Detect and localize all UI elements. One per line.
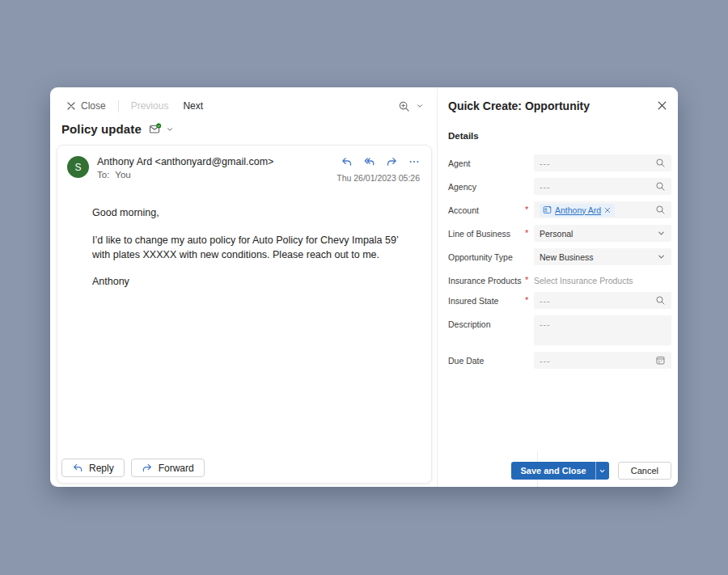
- magnifier-plus-icon: [398, 100, 410, 112]
- remove-chip-icon[interactable]: [604, 207, 611, 214]
- chevron-down-icon: [416, 102, 424, 110]
- search-icon[interactable]: [655, 205, 666, 215]
- contact-card-icon: [543, 205, 552, 214]
- agency-lookup-field[interactable]: ---: [534, 178, 671, 195]
- quick-create-form: Agent --- Agency ---: [438, 154, 678, 369]
- field-label: Line of Business: [448, 225, 523, 239]
- message-header: S Anthony Ard <anthonyard@gmail.com> To:…: [57, 146, 431, 183]
- search-icon[interactable]: [655, 295, 666, 306]
- body-paragraph: Good morning,: [92, 206, 412, 221]
- field-placeholder: ---: [540, 296, 551, 306]
- sender-avatar[interactable]: S: [67, 156, 89, 178]
- zoom-dropdown-button[interactable]: [416, 102, 424, 110]
- forward-label: Forward: [159, 463, 194, 474]
- email-reading-pane: Close Previous Next Policy update: [50, 87, 437, 487]
- ellipsis-icon: [408, 156, 420, 167]
- quick-create-title: Quick Create: Opportunity: [438, 87, 678, 112]
- save-options-dropdown[interactable]: [595, 462, 609, 480]
- form-row-opportunity-type: Opportunity Type New Business: [448, 248, 671, 265]
- subject-actions-dropdown[interactable]: [166, 125, 174, 133]
- calendar-icon[interactable]: [655, 355, 666, 366]
- previous-button[interactable]: Previous: [131, 100, 169, 112]
- close-icon: [657, 100, 667, 111]
- account-lookup-field[interactable]: Anthony Ard: [534, 201, 671, 218]
- form-row-line-of-business: Line of Business * Personal: [448, 225, 671, 242]
- reply-bottom-button[interactable]: Reply: [61, 459, 125, 477]
- field-label: Due Date: [448, 352, 523, 366]
- reply-label: Reply: [89, 463, 114, 474]
- search-icon[interactable]: [655, 158, 666, 168]
- mail-and-quick-create-window: Close Previous Next Policy update: [50, 87, 678, 487]
- field-placeholder: ---: [540, 319, 551, 329]
- close-panel-button[interactable]: [657, 100, 667, 111]
- sender-name-email[interactable]: Anthony Ard <anthonyard@gmail.com>: [97, 156, 273, 167]
- chevron-down-icon: [599, 467, 606, 475]
- opportunity-type-dropdown[interactable]: New Business: [534, 248, 671, 265]
- subject-row: Policy update: [50, 120, 437, 143]
- envelope-check-icon[interactable]: [149, 123, 162, 135]
- quick-create-panel: Quick Create: Opportunity Details Agent …: [437, 87, 678, 487]
- form-row-insured-state: Insured State * ---: [448, 292, 671, 309]
- due-date-field[interactable]: ---: [534, 352, 671, 369]
- required-marker: *: [523, 225, 534, 238]
- field-label: Description: [448, 315, 523, 329]
- field-label: Agency: [448, 178, 523, 192]
- page-background: { "email_pane": { "toolbar": { "close_la…: [0, 0, 728, 575]
- form-row-account: Account * Anthony Ard: [448, 201, 671, 218]
- field-placeholder: ---: [540, 159, 551, 168]
- reply-arrow-icon: [341, 156, 353, 167]
- message-actions-footer: Reply Forward: [61, 459, 205, 477]
- field-label: Account: [448, 201, 523, 215]
- account-record-chip[interactable]: Anthony Ard: [540, 204, 615, 217]
- close-email-button[interactable]: Close: [66, 100, 106, 112]
- required-marker: *: [523, 272, 534, 285]
- reply-arrow-icon: [72, 463, 83, 473]
- form-row-agent: Agent ---: [448, 154, 671, 171]
- details-section-label: Details: [448, 131, 678, 141]
- form-row-description: Description ---: [448, 315, 671, 345]
- more-actions-button[interactable]: [408, 156, 420, 167]
- chevron-down-icon[interactable]: [657, 229, 666, 238]
- body-paragraph: I’d like to change my auto policy for Au…: [92, 234, 412, 263]
- email-subject: Policy update: [61, 122, 142, 136]
- field-label: Insured State: [448, 292, 523, 306]
- cancel-button[interactable]: Cancel: [618, 462, 671, 480]
- field-placeholder: ---: [540, 182, 551, 192]
- quick-create-footer: Save and Close Cancel: [511, 462, 671, 480]
- next-button[interactable]: Next: [183, 100, 203, 112]
- forward-arrow-icon: [142, 463, 153, 473]
- line-of-business-dropdown[interactable]: Personal: [534, 225, 671, 242]
- toolbar-divider: [118, 100, 119, 112]
- email-message-card: S Anthony Ard <anthonyard@gmail.com> To:…: [57, 145, 432, 484]
- close-icon: [66, 101, 76, 111]
- selected-value: New Business: [540, 252, 594, 262]
- agent-lookup-field[interactable]: ---: [534, 154, 671, 171]
- account-record-link[interactable]: Anthony Ard: [555, 205, 601, 215]
- body-paragraph: Anthony: [92, 275, 412, 290]
- description-textarea[interactable]: ---: [534, 315, 671, 345]
- to-recipient[interactable]: You: [115, 170, 130, 180]
- insurance-products-selector[interactable]: Select Insurance Products: [534, 272, 671, 285]
- forward-bottom-button[interactable]: Forward: [131, 459, 205, 477]
- search-icon[interactable]: [655, 181, 666, 192]
- zoom-button[interactable]: [398, 100, 410, 112]
- email-toolbar: Close Previous Next: [50, 87, 437, 120]
- reply-button[interactable]: [341, 156, 353, 167]
- reply-all-button[interactable]: [363, 156, 375, 167]
- form-row-agency: Agency ---: [448, 178, 671, 195]
- forward-button[interactable]: [386, 156, 398, 167]
- required-marker: *: [523, 292, 534, 305]
- field-label: Agent: [448, 154, 523, 168]
- form-row-insurance-products: Insurance Products * Select Insurance Pr…: [448, 272, 671, 285]
- chevron-down-icon[interactable]: [657, 252, 666, 261]
- save-and-close-split-button: Save and Close: [511, 462, 608, 480]
- field-placeholder: ---: [540, 356, 551, 366]
- field-label: Opportunity Type: [448, 248, 523, 262]
- field-label: Insurance Products: [448, 272, 523, 285]
- close-label: Close: [81, 100, 106, 112]
- save-and-close-button[interactable]: Save and Close: [511, 462, 595, 480]
- email-timestamp: Thu 26/01/2023 05:26: [336, 173, 420, 183]
- insured-state-lookup-field[interactable]: ---: [534, 292, 671, 309]
- selected-value: Personal: [540, 229, 573, 239]
- forward-arrow-icon: [386, 156, 398, 167]
